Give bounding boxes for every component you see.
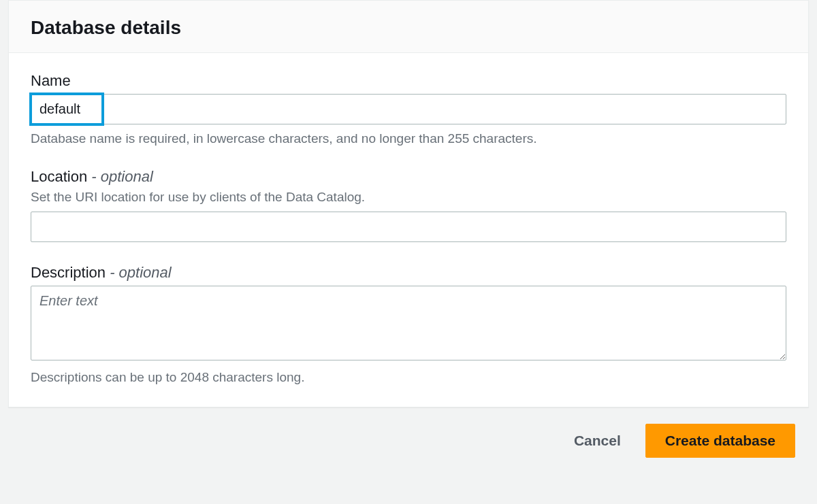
create-database-button[interactable]: Create database — [645, 424, 795, 458]
form-group-name: Name Database name is required, in lower… — [31, 72, 786, 146]
description-optional: - optional — [106, 264, 172, 281]
name-input[interactable] — [31, 94, 786, 124]
form-group-description: Description - optional Descriptions can … — [31, 264, 786, 385]
footer-actions: Cancel Create database — [0, 407, 817, 458]
name-label: Name — [31, 72, 786, 90]
description-hint: Descriptions can be up to 2048 character… — [31, 370, 786, 385]
location-optional: - optional — [87, 168, 153, 185]
description-textarea[interactable] — [31, 286, 786, 360]
cancel-button[interactable]: Cancel — [568, 424, 626, 457]
panel-body: Name Database name is required, in lower… — [9, 53, 808, 407]
location-label-line: Location - optional — [31, 168, 786, 186]
location-input[interactable] — [31, 212, 786, 242]
location-hint: Set the URI location for use by clients … — [31, 190, 786, 205]
name-input-wrap — [31, 94, 786, 124]
description-label-line: Description - optional — [31, 264, 786, 282]
location-label: Location — [31, 168, 87, 185]
panel-header: Database details — [9, 1, 808, 53]
database-details-panel: Database details Name Database name is r… — [8, 0, 809, 407]
name-hint: Database name is required, in lowercase … — [31, 131, 786, 146]
description-label: Description — [31, 264, 106, 281]
panel-title: Database details — [31, 17, 786, 39]
form-group-location: Location - optional Set the URI location… — [31, 168, 786, 242]
